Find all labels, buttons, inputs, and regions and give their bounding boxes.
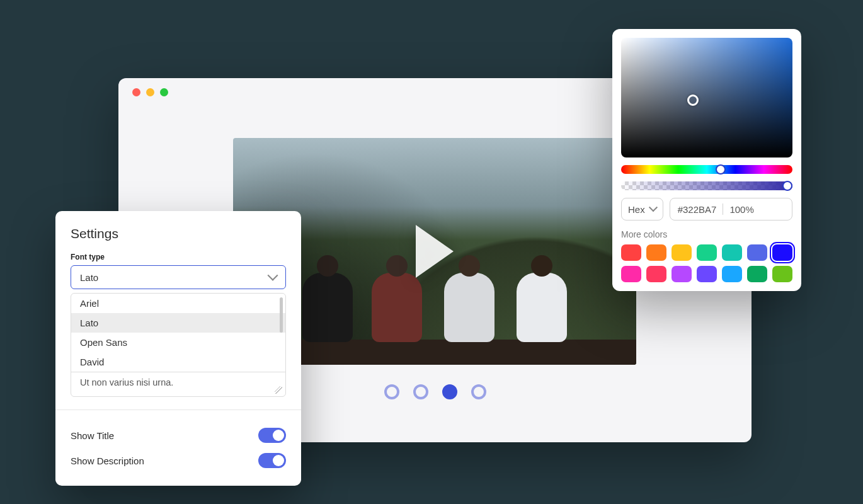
play-icon[interactable] [416, 225, 454, 278]
color-swatch[interactable] [772, 266, 792, 282]
color-swatch[interactable] [697, 266, 717, 282]
settings-panel: Settings Font type Lato Ariel Lato Open … [55, 211, 301, 486]
color-canvas-handle[interactable] [687, 94, 699, 106]
color-swatch[interactable] [621, 244, 641, 261]
color-swatches [621, 244, 792, 282]
color-swatch[interactable] [722, 244, 742, 261]
color-swatch[interactable] [621, 266, 641, 282]
show-description-label: Show Description [71, 455, 144, 466]
alpha-slider[interactable] [621, 181, 792, 190]
font-select[interactable]: Lato [71, 265, 286, 289]
font-option[interactable]: David [71, 352, 285, 372]
window-minimize-icon[interactable] [146, 88, 154, 96]
color-swatch[interactable] [747, 244, 767, 261]
settings-title: Settings [71, 226, 286, 241]
font-select-value: Lato [80, 272, 98, 283]
color-swatch[interactable] [747, 266, 767, 282]
chevron-down-icon [650, 206, 656, 212]
pager-dot-2[interactable] [442, 384, 457, 399]
font-option[interactable]: Lato [71, 313, 285, 333]
hue-slider[interactable] [621, 165, 792, 174]
show-title-row: Show Title [71, 423, 286, 448]
pager-dot-0[interactable] [384, 384, 399, 399]
textarea-value: Ut non varius nisi urna. [80, 377, 173, 387]
color-swatch[interactable] [672, 244, 692, 261]
scrollbar-thumb[interactable] [280, 297, 283, 333]
description-textarea[interactable]: Ut non varius nisi urna. [71, 372, 285, 396]
hue-slider-thumb[interactable] [716, 164, 726, 175]
color-canvas[interactable] [621, 38, 792, 158]
more-colors-label: More colors [621, 229, 792, 239]
show-title-toggle[interactable] [258, 428, 286, 443]
pager-dot-3[interactable] [471, 384, 486, 399]
color-format-label: Hex [628, 204, 645, 215]
separator [723, 203, 723, 215]
font-option[interactable]: Open Sans [71, 333, 285, 352]
font-option[interactable]: Ariel [71, 294, 285, 313]
window-maximize-icon[interactable] [160, 88, 168, 96]
alpha-slider-thumb[interactable] [782, 181, 792, 191]
font-type-label: Font type [71, 253, 286, 261]
color-swatch[interactable] [672, 266, 692, 282]
color-format-select[interactable]: Hex [621, 198, 663, 220]
show-title-label: Show Title [71, 430, 114, 441]
chevron-down-icon [269, 273, 277, 281]
font-dropdown: Ariel Lato Open Sans David Ut non varius… [71, 293, 286, 397]
color-swatch[interactable] [697, 244, 717, 261]
color-value-field[interactable]: #322BA7 100% [670, 198, 792, 220]
color-picker-panel: Hex #322BA7 100% More colors [612, 29, 801, 291]
color-swatch[interactable] [646, 266, 666, 282]
color-hex-value: #322BA7 [678, 204, 717, 215]
show-description-toggle[interactable] [258, 453, 286, 468]
carousel-pager [384, 384, 486, 399]
pager-dot-1[interactable] [413, 384, 428, 399]
show-description-row: Show Description [71, 448, 286, 473]
color-swatch[interactable] [646, 244, 666, 261]
color-opacity-value: 100% [729, 204, 753, 215]
color-swatch[interactable] [722, 266, 742, 282]
color-swatch[interactable] [772, 244, 792, 261]
divider [55, 410, 301, 410]
resize-handle-icon[interactable] [275, 386, 282, 394]
window-close-icon[interactable] [132, 88, 140, 96]
